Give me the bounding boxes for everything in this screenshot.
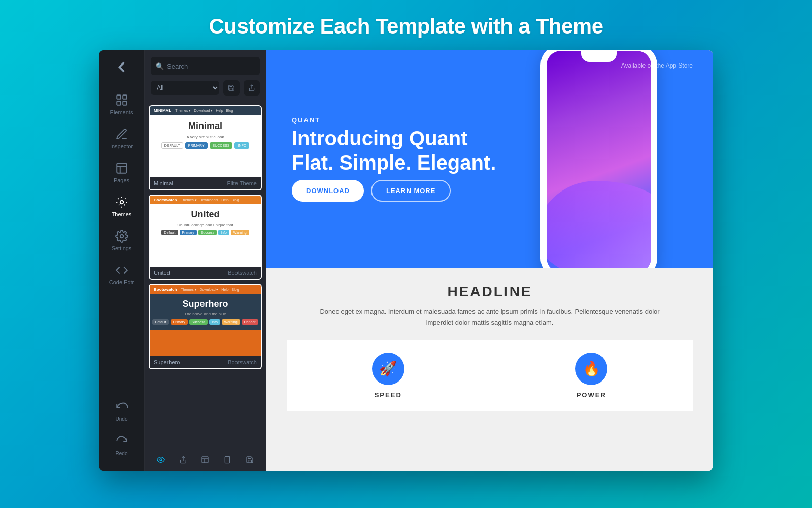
panel-search-area: 🔍 All Minimal Bootswatch bbox=[145, 50, 266, 101]
sidebar-item-code-editor[interactable]: Code Edtr bbox=[101, 259, 142, 291]
template-card-superhero-footer: Superhero Bootswatch bbox=[150, 356, 261, 368]
sidebar-item-settings[interactable]: Settings bbox=[101, 225, 142, 257]
united-btn-success: Success bbox=[198, 230, 217, 235]
svg-rect-3 bbox=[123, 101, 127, 105]
united-subtitle: Ubuntu orange and unique font bbox=[177, 223, 233, 227]
superhero-content: Superhero The brave and the blue Default… bbox=[150, 294, 261, 330]
minimal-nav: MINIMAL Themes ▾ Download ▾ Help Blog bbox=[150, 106, 261, 115]
hero-section: QUANT Available on the App Store Introdu… bbox=[266, 50, 713, 268]
search-input[interactable] bbox=[167, 62, 255, 70]
superhero-buttons: Default Primary Success Info Warning Dan… bbox=[152, 319, 258, 325]
superhero-btn-success: Success bbox=[189, 319, 208, 325]
feature-card-power: 🔥 POWER bbox=[490, 340, 693, 411]
sidebar-item-inspector[interactable]: Inspector bbox=[101, 122, 142, 154]
united-nav: Bootswatch Themes ▾ Download ▾ Help Blog bbox=[150, 196, 261, 204]
superhero-nav: Bootswatch Themes ▾ Download ▾ Help Blog bbox=[150, 285, 261, 294]
template-card-minimal-footer: Minimal Elite Theme bbox=[150, 177, 261, 189]
main-content: QUANT Available on the App Store Introdu… bbox=[266, 50, 713, 471]
sidebar-item-redo[interactable]: Redo bbox=[101, 430, 142, 461]
minimal-nav-links: Themes ▾ Download ▾ Help Blog bbox=[175, 109, 233, 113]
phone-notch bbox=[581, 51, 617, 62]
superhero-name: Superhero bbox=[154, 359, 180, 365]
svg-rect-10 bbox=[202, 457, 208, 463]
united-nav-links: Themes ▾ Download ▾ Help Blog bbox=[181, 198, 239, 202]
back-button[interactable] bbox=[113, 58, 131, 76]
superhero-subtitle: The brave and the blue bbox=[184, 312, 226, 316]
feature-card-speed: 🚀 SPEED bbox=[287, 340, 490, 411]
minimal-name: Minimal bbox=[154, 180, 173, 186]
search-input-wrap[interactable]: 🔍 bbox=[151, 57, 260, 75]
filter-select[interactable]: All Minimal Bootswatch bbox=[151, 81, 219, 95]
minimal-nav-brand: MINIMAL bbox=[154, 108, 171, 113]
panel-share-btn[interactable] bbox=[175, 452, 192, 467]
sidebar-item-undo[interactable]: Undo bbox=[101, 395, 142, 427]
united-btn-default: Default bbox=[161, 230, 178, 235]
sidebar-item-pages[interactable]: Pages bbox=[101, 156, 142, 188]
hero-learn-more-button[interactable]: LEARN MORE bbox=[371, 180, 451, 202]
hero-headline: Introducing Quant Flat. Simple. Elegant. bbox=[292, 126, 688, 175]
superhero-btn-primary: Primary bbox=[171, 319, 188, 325]
template-card-united[interactable]: Bootswatch Themes ▾ Download ▾ Help Blog… bbox=[149, 195, 262, 280]
sidebar-item-elements[interactable]: Elements bbox=[101, 88, 142, 120]
lower-headline: HEADLINE bbox=[447, 283, 532, 300]
app-container: Elements Inspector Pages Themes bbox=[99, 50, 713, 471]
sidebar-item-pages-label: Pages bbox=[114, 177, 129, 183]
minimal-content: Minimal A very simplistic look DEFAULT P… bbox=[150, 115, 261, 155]
hero-headline-line2: Flat. Simple. Elegant. bbox=[292, 151, 496, 174]
superhero-btn-info: Info bbox=[209, 319, 220, 325]
sidebar-item-redo-label: Redo bbox=[116, 451, 128, 456]
hero-download-button[interactable]: DOWNLOAD bbox=[292, 180, 364, 202]
sidebar-item-themes[interactable]: Themes bbox=[101, 190, 142, 223]
template-list: MINIMAL Themes ▾ Download ▾ Help Blog Mi… bbox=[145, 101, 266, 448]
template-card-united-footer: United Bootswatch bbox=[150, 267, 261, 279]
filter-save-btn[interactable] bbox=[223, 80, 240, 96]
hero-text: QUANT Available on the App Store Introdu… bbox=[292, 116, 688, 202]
lower-section: HEADLINE Donec eget ex magna. Interdum e… bbox=[266, 268, 713, 471]
panel-bottom-toolbar bbox=[145, 448, 266, 471]
hero-brand: QUANT bbox=[292, 116, 688, 124]
svg-rect-2 bbox=[117, 101, 121, 105]
power-label: POWER bbox=[577, 391, 606, 399]
template-preview-superhero: Bootswatch Themes ▾ Download ▾ Help Blog… bbox=[150, 285, 261, 356]
superhero-nav-links: Themes ▾ Download ▾ Help Blog bbox=[181, 288, 239, 292]
united-nav-brand: Bootswatch bbox=[154, 198, 177, 202]
sidebar-item-undo-label: Undo bbox=[116, 416, 128, 422]
minimal-btn-default: DEFAULT bbox=[161, 142, 183, 149]
panel-filters: All Minimal Bootswatch bbox=[151, 80, 260, 96]
panel-import-btn[interactable] bbox=[196, 452, 214, 467]
svg-rect-4 bbox=[117, 163, 127, 173]
united-buttons: Default Primary Success Info Warning bbox=[161, 230, 249, 235]
template-card-superhero[interactable]: Bootswatch Themes ▾ Download ▾ Help Blog… bbox=[149, 284, 262, 369]
speed-icon: 🚀 bbox=[372, 353, 404, 385]
lower-body-text: Donec eget ex magna. Interdum et malesua… bbox=[312, 307, 667, 328]
superhero-nav-brand: Bootswatch bbox=[154, 287, 177, 292]
sidebar-item-themes-label: Themes bbox=[112, 211, 132, 217]
svg-rect-0 bbox=[117, 95, 121, 99]
minimal-title: Minimal bbox=[188, 121, 222, 132]
template-panel: 🔍 All Minimal Bootswatch bbox=[145, 50, 266, 471]
template-preview-minimal: MINIMAL Themes ▾ Download ▾ Help Blog Mi… bbox=[150, 106, 261, 177]
superhero-title: Superhero bbox=[182, 299, 228, 309]
minimal-btn-primary: PRIMARY bbox=[185, 142, 208, 149]
template-preview-united: Bootswatch Themes ▾ Download ▾ Help Blog… bbox=[150, 196, 261, 267]
template-card-minimal[interactable]: MINIMAL Themes ▾ Download ▾ Help Blog Mi… bbox=[149, 105, 262, 190]
united-btn-primary: Primary bbox=[180, 230, 197, 235]
panel-save-btn[interactable] bbox=[241, 452, 258, 467]
superhero-btn-warning: Warning bbox=[222, 319, 240, 325]
minimal-buttons: DEFAULT PRIMARY SUCCESS INFO bbox=[161, 142, 249, 149]
hero-buttons: DOWNLOAD LEARN MORE bbox=[292, 180, 688, 202]
svg-point-6 bbox=[120, 235, 123, 238]
superhero-source: Bootswatch bbox=[228, 359, 257, 365]
feature-cards: 🚀 SPEED 🔥 POWER bbox=[287, 340, 693, 411]
superhero-btn-default: Default bbox=[152, 319, 168, 325]
panel-preview-btn[interactable] bbox=[152, 452, 170, 467]
svg-rect-11 bbox=[225, 456, 230, 463]
search-icon: 🔍 bbox=[156, 62, 164, 70]
minimal-btn-info: INFO bbox=[234, 142, 249, 149]
speed-label: SPEED bbox=[375, 391, 402, 399]
svg-rect-1 bbox=[123, 95, 127, 99]
panel-mobile-btn[interactable] bbox=[219, 452, 236, 467]
united-btn-info: Info bbox=[218, 230, 229, 235]
filter-export-btn[interactable] bbox=[244, 80, 260, 96]
united-source: Bootswatch bbox=[228, 270, 257, 276]
